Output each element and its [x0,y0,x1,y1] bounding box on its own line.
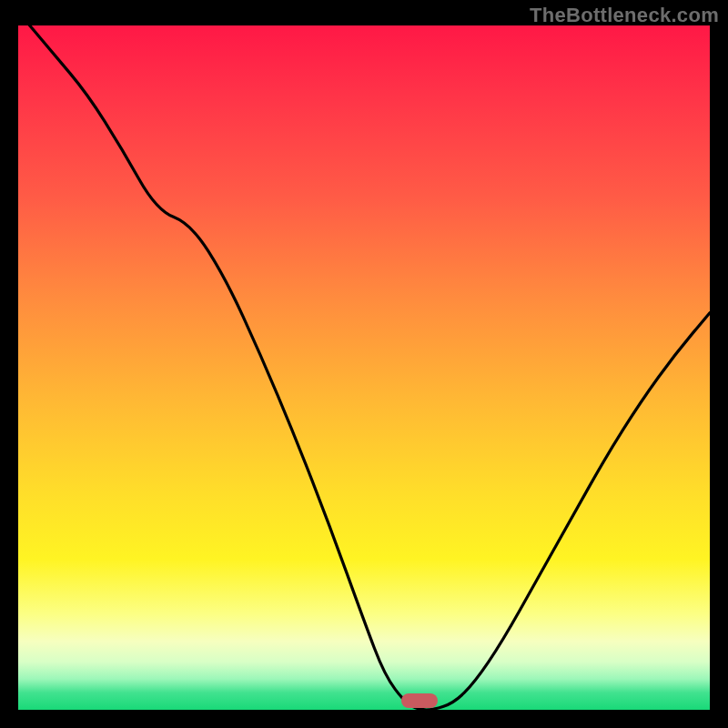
optimum-marker-pill [401,693,438,708]
watermark-text: TheBottleneck.com [530,4,719,27]
chart-frame: TheBottleneck.com [0,0,728,728]
plot-area [18,25,710,710]
bottleneck-curve [18,25,710,710]
